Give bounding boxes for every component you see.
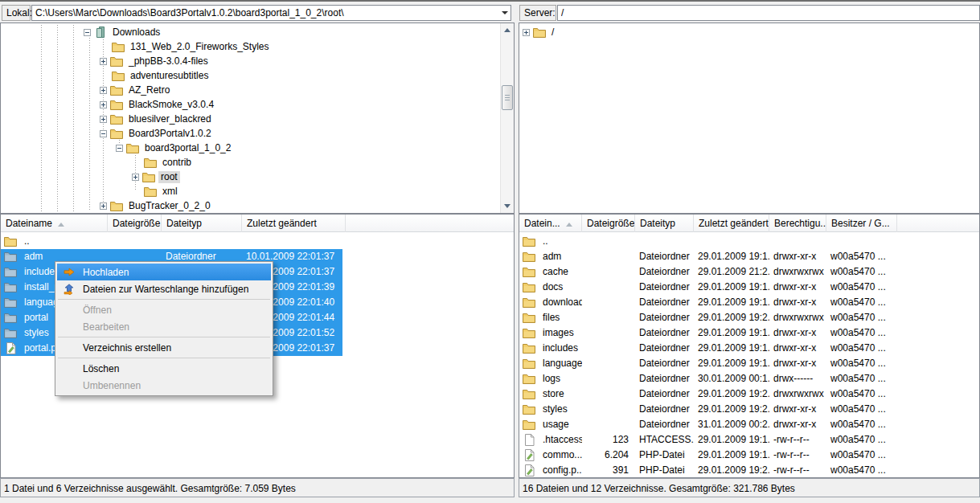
local-tree-item-blacksmoke-v3-0-4[interactable]: BlackSmoke_v3.0.4	[100, 97, 514, 112]
upload-arrow-icon	[63, 266, 76, 279]
column-header-label: Dateityp	[166, 218, 202, 229]
local-file-row-item[interactable]: ..	[1, 234, 514, 249]
tree-expand-plus-icon[interactable]	[523, 29, 530, 36]
local-path-input[interactable]	[31, 5, 511, 21]
file-name-cell: logs	[519, 371, 582, 386]
server-file-row-includes[interactable]: includesDateiordner29.01.2009 19:1...drw…	[519, 341, 979, 356]
local-tree-item-az-retro[interactable]: AZ_Retro	[100, 83, 514, 97]
file-cell-zuletzt-ge-ndert: 29.01.2009 19:1...	[694, 295, 769, 310]
column-header-datein[interactable]: Datein...	[519, 215, 582, 232]
server-tree-item-item[interactable]: /	[523, 25, 979, 39]
tree-collapse-minus-icon[interactable]	[116, 145, 123, 152]
server-file-row-cache[interactable]: cacheDateiordner29.01.2009 21:2...drwxrw…	[519, 264, 979, 280]
column-header-berechtigu[interactable]: Berechtigu...	[769, 215, 826, 232]
column-header-dateityp[interactable]: Dateityp	[162, 215, 242, 232]
server-file-row-docs[interactable]: docsDateiordner29.01.2009 19:1...drwxr-x…	[519, 280, 979, 295]
local-tree-item-xml[interactable]: xml	[132, 184, 514, 198]
scrollbar[interactable]	[500, 23, 514, 213]
folder-icon	[523, 266, 535, 278]
menu-item-umbenennen[interactable]: Umbenennen	[57, 377, 271, 394]
file-cell-dateigr-e	[582, 325, 635, 341]
file-cell-dateigr-e	[582, 356, 635, 371]
tree-guide-line	[73, 25, 74, 211]
local-tree-item-131-web-2-0-fireworks-styles[interactable]: 131_Web_2.0_Fireworks_Styles	[100, 39, 514, 54]
server-file-row-language[interactable]: languageDateiordner29.01.2009 19:1...drw…	[519, 356, 979, 371]
tree-guide-line	[89, 33, 90, 211]
server-file-row-adm[interactable]: admDateiordner29.01.2009 19:1...drwxr-xr…	[519, 249, 979, 264]
menu-item-dateien-zur-warteschlange-hinzuf-gen[interactable]: Dateien zur Warteschlange hinzufügen	[57, 280, 271, 297]
file-cell-dateityp	[635, 234, 694, 249]
tree-expand-plus-icon[interactable]	[100, 101, 107, 108]
local-tree-item-downloads[interactable]: Downloads	[84, 25, 514, 39]
file-cell-zuletzt-ge-ndert: 31.01.2009 00:2...	[694, 417, 769, 432]
folder-icon	[110, 55, 123, 67]
file-cell-besitzer-g: w00a5470 ...	[826, 356, 897, 371]
server-list-body: ..admDateiordner29.01.2009 19:1...drwxr-…	[519, 232, 979, 477]
file-cell-zuletzt-ge-ndert: 29.01.2009 19:1...	[694, 325, 769, 341]
server-file-row-usage[interactable]: usageDateiordner31.01.2009 00:2...drwxr-…	[519, 417, 979, 432]
local-tree-item-board3portal-1-0-2[interactable]: board3portal_1_0_2	[116, 141, 514, 155]
local-tree-item-bluesilver-blackred[interactable]: bluesilver_blackred	[100, 112, 514, 126]
menu-item-no-icon	[63, 341, 76, 354]
scroll-up-icon[interactable]	[504, 28, 511, 32]
tree-expand-plus-icon[interactable]	[100, 116, 107, 123]
file-cell-dateityp: Dateiordner	[635, 264, 694, 280]
local-directory-tree: Downloads131_Web_2.0_Fireworks_Styles_ph…	[0, 22, 515, 214]
column-header-zuletzt-ge-ndert[interactable]: Zuletzt geändert	[694, 215, 769, 232]
server-file-row-commo[interactable]: commo...6.204PHP-Datei29.01.2009 19:1...…	[519, 448, 979, 463]
folder-icon	[142, 171, 155, 183]
file-cell-berechtigu: drwxr-xr-x	[769, 280, 826, 295]
folder-icon	[523, 235, 535, 247]
file-cell-berechtigu: -rw-r--r--	[769, 448, 826, 463]
file-cell-zuletzt-ge-ndert	[694, 234, 769, 249]
server-file-row-config-p[interactable]: config.p...391PHP-Datei29.01.2009 19:2..…	[519, 463, 979, 477]
tree-collapse-minus-icon[interactable]	[100, 130, 107, 137]
tree-item-label: BugTracker_0_2_0	[126, 200, 213, 212]
server-path-input[interactable]	[557, 5, 980, 21]
server-file-row-files[interactable]: filesDateiordner29.01.2009 19:2...drwxrw…	[519, 310, 979, 325]
file-name-label: config.p...	[543, 463, 582, 477]
file-name-cell: store	[519, 386, 582, 402]
tree-item-label: _phpBB-3.0.4-files	[126, 55, 211, 67]
scroll-down-icon[interactable]	[504, 204, 511, 208]
menu-item-verzeichnis-erstellen[interactable]: Verzeichnis erstellen	[57, 339, 271, 356]
local-tree-item-bugtracker-0-2-0[interactable]: BugTracker_0_2_0	[100, 198, 514, 213]
menu-item-ffnen[interactable]: Öffnen	[57, 301, 271, 318]
menu-item-hochladen[interactable]: Hochladen	[57, 264, 271, 280]
menu-item-label: Bearbeiten	[83, 321, 129, 333]
tree-expand-plus-icon[interactable]	[100, 58, 107, 65]
local-tree-item-phpbb-3-0-4-files[interactable]: _phpBB-3.0.4-files	[100, 54, 514, 68]
file-cell-berechtigu: drwxrwxrwx	[769, 386, 826, 402]
server-file-row-htaccess[interactable]: .htaccess123HTACCESS...29.01.2009 19:1..…	[519, 432, 979, 448]
server-file-row-styles[interactable]: stylesDateiordner29.01.2009 19:2...drwxr…	[519, 402, 979, 417]
page-icon	[523, 434, 535, 446]
column-header-besitzer-g[interactable]: Besitzer / G...	[826, 215, 897, 232]
file-name-label: .htaccess	[543, 432, 582, 448]
column-header-dateigr-e[interactable]: Dateigröße	[108, 215, 162, 232]
server-file-row-images[interactable]: imagesDateiordner29.01.2009 19:1...drwxr…	[519, 325, 979, 341]
local-tree-item-contrib[interactable]: contrib	[132, 155, 514, 170]
file-cell-dateityp: Dateiordner	[635, 417, 694, 432]
tree-collapse-minus-icon[interactable]	[84, 29, 91, 36]
file-name-cell: config.p...	[519, 463, 582, 477]
column-header-zuletzt-ge-ndert[interactable]: Zuletzt geändert	[242, 215, 346, 232]
server-file-list: Datein...DateigrößeDateitypZuletzt geänd…	[519, 214, 980, 478]
file-cell-dateigr-e	[582, 280, 635, 295]
server-file-row-store[interactable]: storeDateiordner29.01.2009 19:2...drwxrw…	[519, 386, 979, 402]
scrollbar-thumb[interactable]	[502, 85, 513, 110]
server-file-row-download[interactable]: downloadDateiordner29.01.2009 19:1...drw…	[519, 295, 979, 310]
menu-item-bearbeiten[interactable]: Bearbeiten	[57, 318, 271, 335]
column-header-dateiname[interactable]: Dateiname	[1, 215, 108, 232]
local-path-dropdown-icon[interactable]	[502, 11, 508, 14]
tree-expand-plus-icon[interactable]	[132, 174, 139, 181]
local-tree-item-root[interactable]: root	[132, 170, 514, 184]
local-tree-item-board3portalv1-0-2[interactable]: Board3Portalv1.0.2	[100, 126, 514, 141]
server-file-row-item[interactable]: ..	[519, 234, 979, 249]
menu-item-l-schen[interactable]: Löschen	[57, 360, 271, 377]
tree-expand-plus-icon[interactable]	[100, 202, 107, 210]
server-file-row-logs[interactable]: logsDateiordner30.01.2009 00:1...drwx---…	[519, 371, 979, 386]
tree-expand-plus-icon[interactable]	[100, 87, 107, 94]
column-header-dateigr-e[interactable]: Dateigröße	[582, 215, 635, 232]
local-tree-item-adventuresubtitles[interactable]: adventuresubtitles	[100, 68, 514, 83]
column-header-dateityp[interactable]: Dateityp	[635, 215, 694, 232]
